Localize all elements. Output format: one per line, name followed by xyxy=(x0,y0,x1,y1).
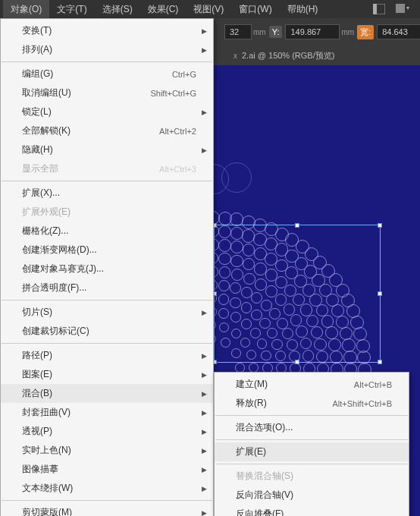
menu-gradient-mesh[interactable]: 创建渐变网格(D)... xyxy=(1,241,213,260)
circle xyxy=(311,326,323,338)
chevron-right-icon: ▶ xyxy=(202,27,207,35)
chevron-right-icon: ▶ xyxy=(202,485,207,492)
circle xyxy=(300,304,312,316)
separator xyxy=(215,415,408,416)
selection-handle[interactable] xyxy=(378,291,382,296)
workspace-icon[interactable] xyxy=(396,3,411,15)
circle xyxy=(306,315,318,327)
circle xyxy=(290,314,302,326)
menu-perspective[interactable]: 透视(P)▶ xyxy=(1,422,213,441)
circle xyxy=(219,266,231,278)
chevron-right-icon: ▶ xyxy=(202,371,207,379)
circle xyxy=(314,338,326,351)
y-value[interactable]: 149.867 xyxy=(285,24,340,39)
close-icon[interactable]: x xyxy=(234,52,237,60)
w-value[interactable]: 84.643 xyxy=(377,24,420,39)
selection-handle[interactable] xyxy=(214,360,217,364)
menu-type[interactable]: 文字(T) xyxy=(49,0,94,19)
circle xyxy=(235,363,245,373)
selection-handle[interactable] xyxy=(378,223,382,228)
menu-window[interactable]: 窗口(W) xyxy=(231,0,279,19)
selection-handle[interactable] xyxy=(295,223,299,228)
x-unit: mm xyxy=(253,28,266,36)
menu-effect[interactable]: 效果(C) xyxy=(140,0,186,19)
separator xyxy=(2,181,212,181)
circle xyxy=(221,162,252,193)
y-unit: mm xyxy=(341,28,354,36)
svg-rect-2 xyxy=(396,4,405,13)
separator xyxy=(215,439,408,440)
menu-live-paint[interactable]: 实时上色(N)▶ xyxy=(1,441,213,460)
circle xyxy=(296,326,308,338)
submenu-replace-spine: 替换混合轴(S) xyxy=(215,467,409,486)
blend-submenu: 建立(M)Alt+Ctrl+B 释放(R)Alt+Shift+Ctrl+B 混合… xyxy=(214,372,409,516)
chevron-right-icon: ▶ xyxy=(202,409,207,417)
circle xyxy=(243,244,255,256)
circle xyxy=(257,338,268,349)
submenu-release[interactable]: 释放(R)Alt+Shift+Ctrl+B xyxy=(215,394,409,413)
tab-title: 2.ai @ 150% (RGB/预览) xyxy=(242,50,334,61)
chevron-right-icon: ▶ xyxy=(202,46,207,54)
menu-slice[interactable]: 切片(S)▶ xyxy=(1,303,213,322)
chevron-right-icon: ▶ xyxy=(202,109,207,116)
document-tab[interactable]: x 2.ai @ 150% (RGB/预览) xyxy=(227,47,340,64)
menu-lock[interactable]: 锁定(L)▶ xyxy=(1,102,213,121)
menu-envelope[interactable]: 封套扭曲(V)▶ xyxy=(1,403,213,422)
layout-icon[interactable] xyxy=(371,3,387,15)
menu-group[interactable]: 编组(G)Ctrl+G xyxy=(1,64,213,83)
circle xyxy=(230,255,243,267)
circle xyxy=(259,318,270,329)
chevron-right-icon: ▶ xyxy=(202,146,207,154)
menu-object[interactable]: 对象(O) xyxy=(3,0,49,19)
circle xyxy=(230,312,241,322)
circle xyxy=(261,351,271,361)
x-value[interactable]: 32 xyxy=(224,24,252,39)
menu-pattern[interactable]: 图案(E)▶ xyxy=(1,365,213,384)
menu-view[interactable]: 视图(V) xyxy=(186,0,231,19)
circle xyxy=(271,339,282,350)
circle xyxy=(255,278,267,291)
svg-rect-1 xyxy=(373,4,377,14)
menu-unlock-all[interactable]: 全部解锁(K)Alt+Ctrl+2 xyxy=(1,121,213,140)
circle xyxy=(343,351,356,363)
chevron-right-icon: ▶ xyxy=(202,466,207,474)
circle xyxy=(231,348,241,358)
submenu-make[interactable]: 建立(M)Alt+Ctrl+B xyxy=(215,375,409,394)
w-label: 宽: xyxy=(357,25,374,39)
selection-handle[interactable] xyxy=(378,360,382,364)
menu-select[interactable]: 选择(S) xyxy=(95,0,140,19)
menu-arrange[interactable]: 排列(A)▶ xyxy=(1,40,213,59)
menu-mosaic[interactable]: 创建对象马赛克(J)... xyxy=(1,260,213,278)
menu-blend[interactable]: 混合(B)▶ xyxy=(1,384,213,403)
menu-crop-marks[interactable]: 创建裁切标记(C) xyxy=(1,322,213,341)
menu-path[interactable]: 路径(P)▶ xyxy=(1,346,213,365)
menu-show-all: 显示全部Alt+Ctrl+3 xyxy=(1,159,213,178)
object-menu: 变换(T)▶ 排列(A)▶ 编组(G)Ctrl+G 取消编组(U)Shift+C… xyxy=(0,18,214,516)
separator xyxy=(2,300,212,300)
chevron-right-icon: ▶ xyxy=(202,309,207,316)
chevron-right-icon: ▶ xyxy=(202,390,207,398)
separator xyxy=(2,500,212,501)
menu-ungroup[interactable]: 取消编组(U)Shift+Ctrl+G xyxy=(1,83,213,102)
menu-expand[interactable]: 扩展(X)... xyxy=(1,184,213,203)
menu-flatten[interactable]: 拼合透明度(F)... xyxy=(1,278,213,297)
circle xyxy=(316,351,328,363)
menu-transform[interactable]: 变换(T)▶ xyxy=(1,21,213,40)
submenu-reverse-spine[interactable]: 反向混合轴(V) xyxy=(215,486,409,505)
submenu-options[interactable]: 混合选项(O)... xyxy=(215,418,409,437)
circle xyxy=(231,329,241,338)
menu-hide[interactable]: 隐藏(H)▶ xyxy=(1,140,213,159)
submenu-reverse-front[interactable]: 反向堆叠(F) xyxy=(215,505,409,516)
menu-rasterize[interactable]: 栅格化(Z)... xyxy=(1,222,213,241)
menu-image-trace[interactable]: 图像描摹▶ xyxy=(1,460,213,479)
chevron-right-icon: ▶ xyxy=(202,509,207,517)
circle xyxy=(251,310,262,320)
circle xyxy=(231,269,243,281)
menu-text-wrap[interactable]: 文本绕排(W)▶ xyxy=(1,479,213,498)
y-label: Y: xyxy=(269,26,283,38)
circle xyxy=(218,308,229,319)
circle xyxy=(241,319,252,329)
menu-clipping-mask[interactable]: 剪切蒙版(M)▶ xyxy=(1,503,213,516)
submenu-expand[interactable]: 扩展(E) xyxy=(215,442,409,461)
menu-help[interactable]: 帮助(H) xyxy=(280,0,326,19)
